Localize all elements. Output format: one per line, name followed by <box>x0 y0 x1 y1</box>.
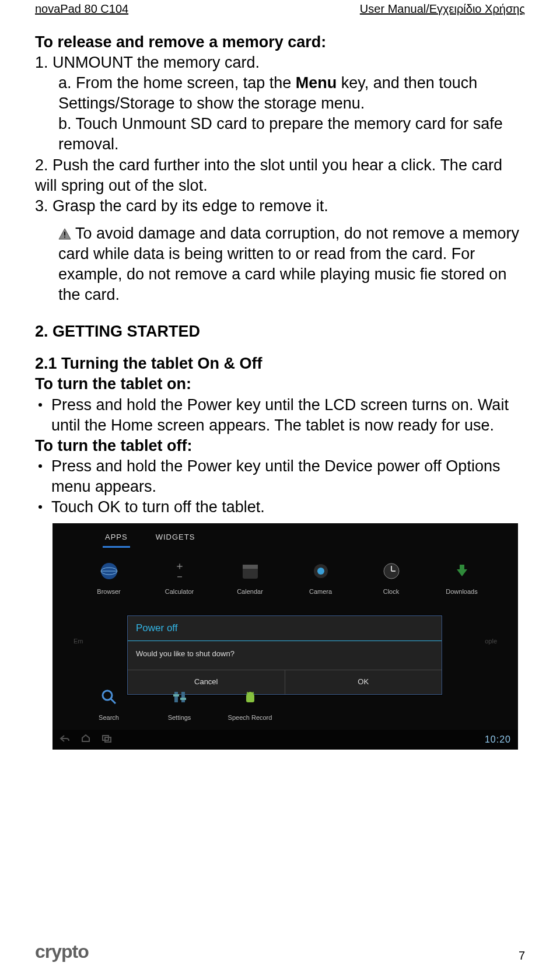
section-turning-on-off: 2.1 Turning the tablet On & Off <box>35 354 525 374</box>
step-1: 1. UNMOUNT the memory card. <box>35 52 525 73</box>
downloads-icon <box>449 558 475 584</box>
search-icon <box>96 684 122 710</box>
svg-rect-1 <box>64 232 65 235</box>
header-right: User Manual/Εγχειρίδιο Χρήσης <box>360 2 525 16</box>
calculator-icon: ＋－ <box>167 558 192 584</box>
page-header: novaPad 80 C104 User Manual/Εγχειρίδιο Χ… <box>35 0 525 32</box>
step-1a: a. From the home screen, tap the Menu ke… <box>58 73 525 114</box>
dialog-title: Power off <box>128 616 442 641</box>
calendar-icon <box>237 558 263 584</box>
dialog-body: Would you like to shut down? <box>128 641 442 670</box>
svg-rect-16 <box>174 692 178 702</box>
header-left: novaPad 80 C104 <box>35 2 128 16</box>
recent-icon[interactable] <box>102 734 112 744</box>
step-2: 2. Push the card further into the slot u… <box>35 155 525 196</box>
camera-icon <box>308 558 334 584</box>
tab-apps[interactable]: APPS <box>103 529 130 548</box>
svg-rect-20 <box>246 694 254 702</box>
warning-text: To avoid damage and data corruption, do … <box>58 225 519 303</box>
app-settings[interactable]: Settings <box>144 684 215 722</box>
page-number: 7 <box>519 949 525 963</box>
turn-on-title: To turn the tablet on: <box>35 374 525 394</box>
power-off-dialog: Power off Would you like to shut down? C… <box>127 615 442 695</box>
warning-icon <box>58 225 71 245</box>
app-clock[interactable]: Clock <box>356 558 426 596</box>
home-icon[interactable] <box>80 734 91 744</box>
app-partial-left: Em <box>74 637 83 645</box>
turn-on-bullet-1: Press and hold the Power key until the L… <box>35 395 525 436</box>
app-calendar[interactable]: Calendar <box>215 558 285 596</box>
tablet-screenshot: APPS WIDGETS Browser ＋－ Calculator Calen… <box>52 523 518 750</box>
document-body: To release and remove a memory card: 1. … <box>35 32 525 750</box>
step-1b: b. Touch Unmount SD card to prepare the … <box>58 114 525 155</box>
section-getting-started: 2. GETTING STARTED <box>35 321 525 342</box>
svg-point-9 <box>317 568 324 575</box>
status-clock: 10:20 <box>485 734 511 746</box>
tab-widgets[interactable]: WIDGETS <box>153 529 198 548</box>
page-footer: crypto 7 <box>35 941 525 963</box>
back-icon[interactable] <box>60 734 70 744</box>
app-speech-record[interactable]: Speech Record <box>215 684 285 722</box>
section-release-heading: To release and remove a memory card: <box>35 32 525 52</box>
svg-point-14 <box>103 691 112 700</box>
svg-rect-18 <box>173 694 179 696</box>
clock-icon <box>379 558 404 584</box>
app-downloads[interactable]: Downloads <box>426 558 497 596</box>
svg-rect-7 <box>243 565 258 569</box>
app-browser[interactable]: Browser <box>74 558 144 596</box>
svg-rect-2 <box>64 236 65 237</box>
turn-off-bullet-2: Touch OK to turn off the tablet. <box>35 497 525 517</box>
android-navbar: 10:20 <box>52 730 518 750</box>
svg-rect-19 <box>180 698 186 700</box>
warning-paragraph: To avoid damage and data corruption, do … <box>58 223 525 305</box>
app-partial-right: ople <box>485 637 497 645</box>
svg-line-15 <box>111 699 116 704</box>
globe-icon <box>96 558 122 584</box>
app-camera[interactable]: Camera <box>285 558 356 596</box>
svg-marker-13 <box>457 565 467 576</box>
app-calculator[interactable]: ＋－ Calculator <box>144 558 215 596</box>
settings-icon <box>167 684 192 710</box>
svg-rect-17 <box>181 692 185 702</box>
step-3: 3. Grasp the card by its edge to remove … <box>35 196 525 216</box>
turn-off-bullet-1: Press and hold the Power key until the D… <box>35 456 525 497</box>
app-search[interactable]: Search <box>74 684 144 722</box>
turn-off-title: To turn the tablet off: <box>35 436 525 456</box>
android-icon <box>237 684 263 710</box>
brand-logo: crypto <box>35 941 89 963</box>
